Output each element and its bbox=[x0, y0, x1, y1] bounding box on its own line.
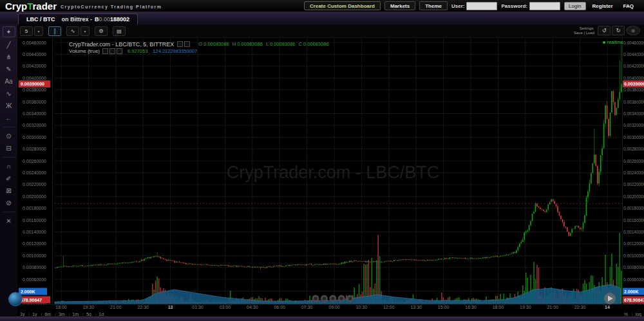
svg-text:0.00300000: 0.00300000 bbox=[623, 135, 644, 140]
exchange-label: on Bittrex - bbox=[62, 16, 93, 23]
create-dashboard-button[interactable]: Create Custom Dashboard bbox=[304, 1, 381, 10]
top-bar: CrypTrader CryptoCurrency Trading Platfo… bbox=[0, 0, 644, 12]
market-tab[interactable]: LBC / BTC on Bittrex - B0.00188002 bbox=[18, 14, 138, 24]
pitchfork-tool-icon[interactable]: ⋔ bbox=[3, 52, 15, 62]
user-label: User: bbox=[451, 3, 464, 9]
svg-text:03:00: 03:00 bbox=[220, 305, 231, 309]
range-1d[interactable]: 1d bbox=[93, 312, 104, 316]
draw-mode-tool-icon[interactable]: ✐ bbox=[3, 174, 15, 183]
interval-button[interactable]: 5 bbox=[20, 26, 33, 36]
theme-button[interactable]: Theme bbox=[419, 1, 448, 10]
line-style-icon[interactable]: ∿ bbox=[66, 26, 79, 36]
settings-label: Settings: bbox=[580, 26, 594, 30]
svg-text:18:00: 18:00 bbox=[493, 305, 504, 309]
svg-text:0.00180000: 0.00180000 bbox=[23, 206, 46, 210]
cryptrader-logo-badge bbox=[8, 292, 23, 306]
register-link[interactable]: Register bbox=[592, 3, 613, 9]
text-tool-icon[interactable]: Aa bbox=[3, 77, 15, 86]
range-5d[interactable]: 5d bbox=[80, 312, 91, 316]
redo-icon[interactable]: ↻ bbox=[612, 26, 625, 35]
zoom-tool-icon[interactable]: ⊙ bbox=[3, 131, 15, 141]
range-3m[interactable]: 3m bbox=[52, 312, 65, 316]
svg-text:0.00380000: 0.00380000 bbox=[23, 87, 46, 92]
percent-scale-toggle[interactable]: % bbox=[624, 312, 628, 316]
log-scale-toggle[interactable]: log bbox=[629, 312, 641, 316]
range-1y[interactable]: 1y bbox=[26, 312, 37, 316]
svg-text:0.00120000: 0.00120000 bbox=[23, 241, 46, 246]
svg-text:07:30: 07:30 bbox=[301, 305, 313, 309]
candles-style-icon[interactable]: ║ bbox=[48, 26, 61, 36]
cryptrader-app: CrypTrader CryptoCurrency Trading Platfo… bbox=[0, 0, 644, 321]
toolbar-right-group: Settings:Save | Load ↺ ↻ ◉ bbox=[574, 26, 641, 35]
chart-plot-area[interactable]: 0.000200000.000200000.000400000.00040000… bbox=[17, 38, 644, 321]
svg-text:0.00220000: 0.00220000 bbox=[623, 182, 644, 187]
svg-text:12:00: 12:00 bbox=[383, 305, 395, 309]
range-3y[interactable]: 3y bbox=[20, 312, 24, 316]
svg-text:0.00220000: 0.00220000 bbox=[23, 182, 46, 187]
range-presets: 3y 1y 6m 3m 1m 5d 1d bbox=[20, 312, 104, 316]
save-load-label[interactable]: Save | Load bbox=[574, 31, 594, 35]
realtime-status: realtime bbox=[603, 40, 623, 44]
magnet-tool-icon[interactable]: ∩ bbox=[3, 161, 15, 171]
pattern-tool-icon[interactable]: ∿ bbox=[3, 89, 15, 98]
svg-text:0.00380000: 0.00380000 bbox=[623, 87, 644, 92]
svg-text:19:30: 19:30 bbox=[520, 305, 531, 309]
brush-tool-icon[interactable]: ✎ bbox=[3, 64, 15, 74]
realtime-dot-icon bbox=[603, 41, 605, 44]
faq-link[interactable]: FAQ bbox=[623, 3, 634, 9]
svg-text:0.00280000: 0.00280000 bbox=[23, 147, 46, 151]
svg-text:22:30: 22:30 bbox=[574, 305, 586, 309]
user-input[interactable] bbox=[466, 2, 497, 10]
trendline-tool-icon[interactable]: ╱ bbox=[3, 40, 15, 50]
svg-text:0.00240000: 0.00240000 bbox=[623, 170, 644, 175]
toolbar-divider bbox=[3, 212, 15, 212]
markets-button[interactable]: Markets bbox=[384, 1, 415, 10]
settings-save-load[interactable]: Settings:Save | Load bbox=[574, 26, 594, 35]
svg-text:0.00420000: 0.00420000 bbox=[23, 64, 46, 68]
toolbar-divider bbox=[3, 127, 15, 127]
password-input[interactable] bbox=[529, 2, 560, 10]
delete-drawings-tool-icon[interactable]: ✕ bbox=[3, 216, 15, 226]
svg-text:0.00140000: 0.00140000 bbox=[623, 230, 644, 234]
login-button[interactable]: Login bbox=[564, 2, 586, 10]
svg-text:678.90647: 678.90647 bbox=[624, 298, 644, 302]
arrow-tool-icon[interactable]: ← bbox=[3, 113, 15, 123]
range-6m[interactable]: 6m bbox=[39, 312, 52, 316]
gear-icon[interactable]: ⚙ bbox=[95, 26, 108, 36]
svg-text:0.00440000: 0.00440000 bbox=[623, 52, 644, 57]
lock-tool-icon[interactable]: ⊠ bbox=[3, 186, 15, 196]
tab-price-dim: 0.00 bbox=[99, 16, 111, 23]
svg-text:0.00420000: 0.00420000 bbox=[623, 64, 644, 68]
undo-icon[interactable]: ↺ bbox=[598, 26, 611, 35]
svg-text:04:30: 04:30 bbox=[247, 305, 258, 309]
svg-text:0.00320000: 0.00320000 bbox=[23, 123, 46, 127]
crosshair-tool-icon[interactable]: + bbox=[3, 26, 15, 37]
svg-text:18:00: 18:00 bbox=[55, 305, 67, 309]
svg-text:0.00390000: 0.00390000 bbox=[624, 82, 644, 86]
range-1m[interactable]: 1m bbox=[66, 312, 79, 316]
forecast-tool-icon[interactable]: Ж bbox=[3, 101, 15, 111]
svg-text:0.00160000: 0.00160000 bbox=[23, 218, 46, 223]
chart-toolbar: 5 ▾ ║ ∿ ▾ ⚙ ▤ Settings:Save | Load ↺ ↻ ◉ bbox=[17, 24, 644, 38]
interval-dropdown-icon[interactable]: ▾ bbox=[34, 26, 43, 36]
svg-text:10:30: 10:30 bbox=[356, 305, 368, 309]
svg-text:2.000K: 2.000K bbox=[624, 289, 639, 294]
svg-text:15:00: 15:00 bbox=[438, 305, 450, 309]
candlestick-chart-canvas[interactable]: 0.000200000.000200000.000400000.00040000… bbox=[17, 38, 644, 321]
toolbar-divider bbox=[3, 157, 15, 158]
style-dropdown-icon[interactable]: ▾ bbox=[80, 26, 90, 36]
tab-price: 188002 bbox=[110, 16, 129, 23]
svg-text:0.00100000: 0.00100000 bbox=[623, 253, 644, 258]
hide-drawings-tool-icon[interactable]: ⊘ bbox=[3, 198, 15, 208]
svg-text:0.00360000: 0.00360000 bbox=[623, 100, 644, 104]
svg-text:19:30: 19:30 bbox=[83, 305, 95, 309]
indicators-icon[interactable]: ▤ bbox=[113, 26, 126, 36]
snapshot-camera-icon[interactable]: ◉ bbox=[626, 26, 640, 35]
svg-text:0.00200000: 0.00200000 bbox=[23, 194, 46, 199]
svg-text:0.00460000: 0.00460000 bbox=[23, 41, 46, 45]
svg-text:0.00080000: 0.00080000 bbox=[623, 265, 644, 270]
svg-text:0.00140000: 0.00140000 bbox=[23, 230, 46, 234]
footer-strip bbox=[0, 316, 644, 321]
measure-tool-icon[interactable]: ⊟ bbox=[3, 143, 15, 153]
chart-panel: 5 ▾ ║ ∿ ▾ ⚙ ▤ Settings:Save | Load ↺ ↻ ◉… bbox=[17, 24, 644, 321]
